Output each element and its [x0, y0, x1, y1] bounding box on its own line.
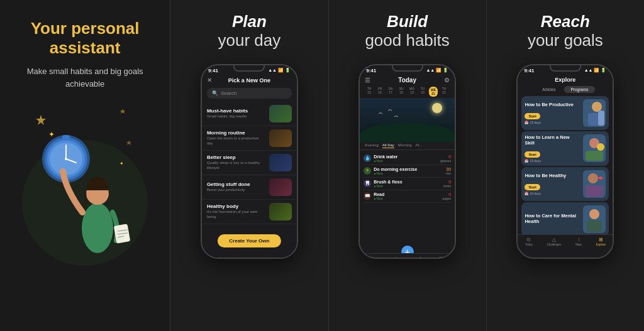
p3-bottom-nav: ⊙ Today △ Challenges ⫶ Stats ⊞ Explore — [360, 253, 455, 259]
card-img-2 — [583, 134, 606, 162]
p4-stats-icon: ⫶ — [577, 237, 580, 242]
svg-rect-29 — [587, 220, 602, 232]
tab-articles[interactable]: Articles — [536, 86, 562, 93]
svg-point-28 — [589, 209, 599, 219]
challenges-icon: △ — [394, 256, 398, 259]
p2-item-sub-1: Small habits, big results — [207, 114, 265, 119]
panel4-title-main: Reach — [541, 12, 590, 31]
p4-today-icon: ⊙ — [526, 237, 531, 242]
p3-bg-scene — [360, 98, 455, 142]
panel2-phone-wrap: 9:41 ▲▲ 📶 🔋 ✕ Pick a New One 🔍 Search Mu… — [177, 58, 321, 318]
p2-close[interactable]: ✕ — [207, 77, 212, 84]
phone4-notch — [550, 65, 581, 72]
svg-rect-27 — [586, 185, 603, 197]
svg-marker-3 — [126, 140, 131, 145]
p4-nav-explore[interactable]: ⊞ Explore — [596, 237, 606, 246]
p4-challenges-icon: △ — [552, 237, 556, 242]
panel2-title: Plan your day — [218, 13, 281, 50]
svg-point-12 — [82, 203, 113, 253]
panel4-phone-wrap: 9:41 ▲▲ 📶 🔋 Explore Articles Programs Ho… — [493, 58, 638, 318]
list-item[interactable]: Better sleep Quality sleep is key to a h… — [202, 151, 297, 175]
p2-search-bar[interactable]: 🔍 Search — [207, 88, 292, 99]
panel2-title-main: Plan — [232, 12, 267, 31]
day-mon: MO19 — [408, 87, 416, 97]
explore-icon: ⊞ — [439, 256, 443, 259]
panel-reach: Reach your goals 9:41 ▲▲ 📶 🔋 Explore Art… — [487, 0, 644, 331]
card-img-4 — [583, 205, 606, 233]
tab-afternoon[interactable]: Af... — [416, 143, 423, 148]
habit-row-exercise[interactable]: 🏃 Do morning exercise ● New 30 min — [364, 165, 451, 178]
panel4-header: Reach your goals — [528, 13, 603, 50]
p2-item-text-1: Must-have habits Small habits, big resul… — [207, 108, 265, 119]
panel2-header: Plan your day — [218, 13, 281, 50]
p3-settings-icon[interactable]: ⚙ — [444, 77, 450, 84]
panel1-headline: Your personal assistant — [13, 19, 157, 58]
program-card-productive[interactable]: How to Be Productive Start 📅 15 days — [521, 96, 609, 130]
nav-stats[interactable]: ⫶ Stats — [416, 256, 423, 259]
program-card-healthy[interactable]: How to Be Healthy Start 📅 10 days — [521, 167, 609, 201]
p4-bottom-nav: ⊙ Today △ Challenges ⫶ Stats ⊞ Explore — [518, 234, 613, 248]
p3-screen-title: Today — [398, 77, 416, 84]
panel3-phone: 9:41 ▲▲ 📶 🔋 ☰ Today ⚙ TH15 FR16 SA17 SU1… — [358, 64, 456, 259]
list-item[interactable]: Healthy body It's the foundation of your… — [202, 200, 297, 224]
p4-explore-icon: ⊞ — [599, 237, 603, 242]
panel1-illustration: ✦ ✦ — [13, 102, 157, 266]
p4-nav-challenges[interactable]: △ Challenges — [547, 237, 561, 246]
list-item[interactable]: Getting stuff done Boost your productivi… — [202, 175, 297, 200]
panel4-screen: Explore Articles Programs How to Be Prod… — [518, 75, 613, 248]
p4-nav-today[interactable]: ⊙ Today — [525, 237, 533, 246]
program-card-mental[interactable]: How to Care for Mental Health — [521, 202, 609, 236]
stats-icon: ⫶ — [419, 256, 421, 259]
p4-tabs-row: Articles Programs — [518, 85, 613, 94]
day-thu1: TH15 — [365, 87, 374, 97]
today-icon: ⊙ — [370, 256, 375, 259]
tab-morning[interactable]: Morning — [398, 143, 412, 148]
tab-allday[interactable]: All Day — [382, 143, 394, 148]
phone3-time: 9:41 — [366, 68, 376, 73]
panel2-screen: ✕ Pick a New One 🔍 Search Must-have habi… — [202, 75, 297, 259]
p2-topbar: ✕ Pick a New One — [202, 75, 297, 86]
svg-text:✦: ✦ — [48, 130, 55, 139]
nav-challenges[interactable]: △ Challenges — [389, 256, 404, 259]
phone4-icons: ▲▲ 📶 🔋 — [584, 68, 607, 73]
habit-icon-read: 📖 — [364, 192, 371, 200]
svg-point-25 — [597, 143, 604, 151]
panel3-title-main: Build — [387, 12, 428, 31]
list-item[interactable]: Must-have habits Small habits, big resul… — [202, 102, 297, 126]
panel4-phone: 9:41 ▲▲ 📶 🔋 Explore Articles Programs Ho… — [516, 64, 614, 259]
program-card-skill[interactable]: How to Learn a New Skill Start 📅 15 days — [521, 131, 609, 166]
scene-svg — [360, 98, 455, 142]
panel-plan: Plan your day 9:41 ▲▲ 📶 🔋 ✕ Pick a New O… — [170, 0, 328, 331]
panel4-title: Reach your goals — [528, 13, 603, 50]
hero-illustration: ✦ ✦ — [22, 102, 148, 266]
p3-menu-icon[interactable]: ☰ — [365, 77, 370, 84]
habit-icon-brush: 🦷 — [364, 180, 371, 187]
p2-screen-title: Pick a New One — [228, 77, 270, 84]
day-tue: TU20 — [418, 87, 427, 97]
svg-rect-11 — [62, 135, 70, 139]
phone2-icons: ▲▲ 📶 🔋 — [268, 68, 291, 73]
nav-explore[interactable]: ⊞ Explore — [436, 256, 445, 259]
day-wed-active[interactable]: WE21 — [429, 87, 438, 97]
svg-point-10 — [65, 158, 67, 160]
p3-habits-list: 💧 Drink water ● New 0 glasses 🏃 — [360, 150, 455, 205]
nav-today[interactable]: ⊙ Today — [369, 256, 376, 259]
panel-build: Build good habits 9:41 ▲▲ 📶 🔋 ☰ Today ⚙ … — [329, 0, 487, 331]
p4-nav-stats[interactable]: ⫶ Stats — [575, 237, 582, 246]
p3-header: ☰ Today ⚙ — [360, 75, 455, 85]
day-fri: FR16 — [375, 87, 384, 97]
svg-point-20 — [592, 102, 602, 112]
create-btn[interactable]: Create Your Own — [218, 234, 280, 247]
day-thu2: TH22 — [440, 87, 448, 97]
svg-rect-22 — [598, 111, 604, 126]
panel3-phone-wrap: 9:41 ▲▲ 📶 🔋 ☰ Today ⚙ TH15 FR16 SA17 SU1… — [335, 58, 480, 318]
panel4-title-sub: your goals — [528, 31, 603, 50]
panel3-title: Build good habits — [365, 13, 449, 50]
list-item[interactable]: Morning routine Open the doors to a prod… — [202, 126, 297, 151]
habit-row-read[interactable]: 📖 Read ● New 0 pages — [364, 190, 451, 203]
search-icon: 🔍 — [212, 90, 218, 96]
habit-row-brush[interactable]: 🦷 Brush & floss ● New 0 times — [364, 178, 451, 190]
tab-evening[interactable]: Evening — [365, 143, 379, 148]
habit-row-water[interactable]: 💧 Drink water ● New 0 glasses — [364, 153, 451, 165]
tab-programs[interactable]: Programs — [564, 86, 594, 93]
